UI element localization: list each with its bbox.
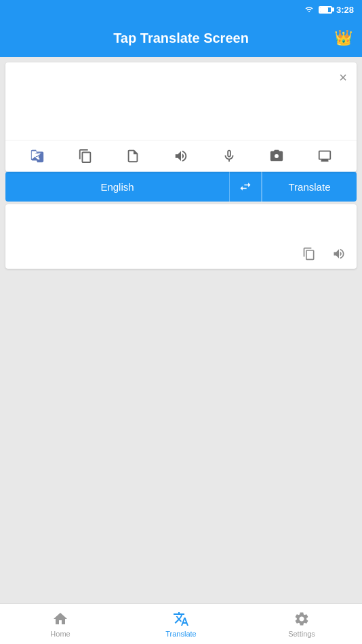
camera-icon <box>269 149 284 164</box>
bottom-nav: Home Translate Settings <box>0 603 362 644</box>
mic-icon <box>222 149 237 164</box>
gray-filler <box>0 274 362 603</box>
crown-icon: 👑 <box>334 29 353 47</box>
translated-text <box>5 204 357 242</box>
nav-home-label: Home <box>50 630 70 638</box>
copy-output-button[interactable] <box>300 244 319 263</box>
settings-icon <box>294 611 310 627</box>
translate-button[interactable]: Translate <box>262 172 357 202</box>
document-icon <box>125 149 140 164</box>
battery-icon <box>319 6 332 14</box>
copy-source-button[interactable] <box>74 145 97 168</box>
status-time: 3:28 <box>336 5 354 15</box>
document-button[interactable] <box>121 145 144 168</box>
copy-output-icon <box>302 247 316 261</box>
source-language-button[interactable]: English <box>5 172 229 202</box>
swap-icon <box>239 180 252 193</box>
screen-icon <box>317 149 332 164</box>
translate-nav-icon <box>173 611 189 627</box>
swap-languages-button[interactable] <box>229 172 262 202</box>
nav-home[interactable]: Home <box>0 604 121 644</box>
main-content: × <box>0 57 362 603</box>
screen-button[interactable] <box>313 145 336 168</box>
mic-button[interactable] <box>218 145 241 168</box>
app-header: Tap Translate Screen 👑 <box>0 19 362 57</box>
wifi-icon <box>304 5 315 14</box>
nav-settings[interactable]: Settings <box>241 604 362 644</box>
speaker-output-icon <box>332 247 346 261</box>
speaker-icon <box>174 149 188 164</box>
output-card <box>5 204 357 269</box>
nav-settings-label: Settings <box>288 630 315 638</box>
input-toolbar <box>5 140 357 172</box>
status-bar: 3:28 <box>0 0 362 19</box>
output-toolbar <box>5 242 357 269</box>
speaker-output-button[interactable] <box>329 244 348 263</box>
camera-button[interactable] <box>265 145 288 168</box>
home-icon <box>52 611 68 627</box>
nav-translate[interactable]: Translate <box>121 604 241 644</box>
google-translate-button[interactable] <box>26 145 49 168</box>
input-card: × <box>5 62 357 172</box>
clear-button[interactable]: × <box>336 68 350 87</box>
speaker-source-button[interactable] <box>169 145 193 168</box>
google-translate-icon <box>30 149 45 164</box>
copy-icon <box>78 149 93 164</box>
nav-translate-label: Translate <box>165 630 196 638</box>
language-bar: English Translate <box>5 172 357 202</box>
source-text-input[interactable] <box>5 62 357 137</box>
app-title: Tap Translate Screen <box>113 31 249 46</box>
